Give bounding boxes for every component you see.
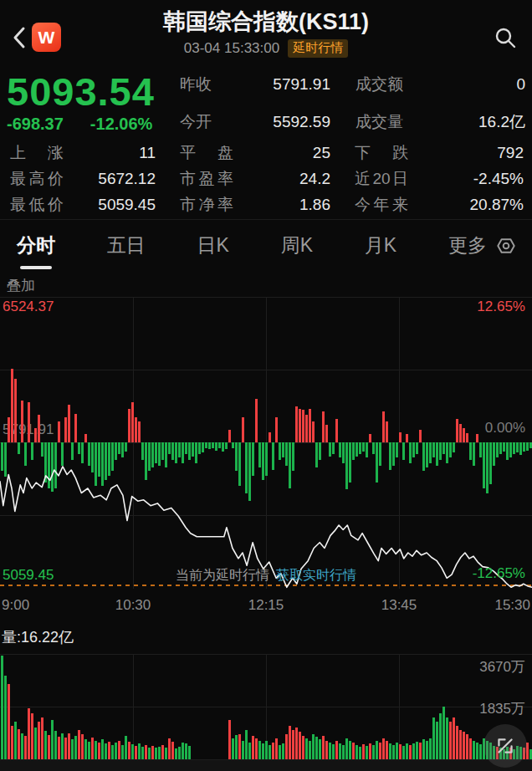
- quote-field-value: 0: [516, 74, 525, 95]
- stat-label: 最低价: [10, 194, 64, 216]
- search-button[interactable]: [490, 23, 520, 52]
- time-tick: 15:30: [494, 597, 530, 614]
- stat-label: 最高价: [10, 168, 64, 190]
- stats-row: 最低价5059.45市净率1.86今年来20.87%: [10, 194, 524, 216]
- page-title: 韩国综合指数(KS11): [0, 7, 532, 37]
- expand-chart-button[interactable]: [483, 724, 527, 768]
- stat-label: 市盈率: [180, 168, 233, 190]
- stat-cell: 上涨11: [10, 142, 156, 164]
- time-tick: 10:30: [115, 597, 151, 614]
- delayed-notice: 当前为延时行情 获取实时行情: [0, 567, 532, 585]
- stat-label: 近20日: [355, 168, 408, 190]
- tab-item[interactable]: 五日: [102, 227, 151, 263]
- stat-cell: 下跌792: [355, 142, 524, 164]
- tab-item[interactable]: 周K: [276, 227, 318, 263]
- price-change-row: -698.37 -12.06%: [7, 115, 152, 134]
- hexagon-gear-icon: [494, 234, 518, 258]
- quote-grid: 昨收5791.91成交额0今开5592.59成交量16.2亿: [180, 74, 525, 133]
- stats-row: 上涨11平盘25下跌792: [10, 142, 524, 164]
- tab-item[interactable]: 更多: [443, 227, 492, 263]
- stat-value: 25: [313, 142, 330, 164]
- realtime-quote-link[interactable]: 获取实时行情: [276, 567, 356, 585]
- stat-label: 市净率: [180, 194, 233, 216]
- stat-cell: 平盘25: [180, 142, 330, 164]
- stat-cell: 市净率1.86: [180, 194, 330, 216]
- stat-value: 5672.12: [98, 168, 156, 190]
- stat-cell: 最低价5059.45: [10, 194, 156, 216]
- stat-value: 5059.45: [98, 194, 156, 216]
- stat-value: 11: [139, 142, 156, 164]
- tab-bar: 分时五日日K周K月K更多: [0, 219, 532, 271]
- chart-settings-button[interactable]: [492, 232, 520, 260]
- stat-label: 平盘: [180, 142, 233, 164]
- delayed-quote-badge: 延时行情: [288, 39, 348, 58]
- intraday-chart[interactable]: [0, 297, 532, 589]
- volume-axis-top-label: 3670万: [479, 657, 525, 677]
- quote-field: 昨收5791.91: [180, 74, 330, 95]
- quote-field-label: 成交量: [356, 111, 403, 133]
- tab-item[interactable]: 分时: [12, 227, 60, 263]
- overlay-toggle[interactable]: 叠加: [7, 276, 35, 295]
- expand-icon: [491, 732, 519, 760]
- stat-cell: 近20日-2.45%: [355, 168, 524, 190]
- quote-field: 成交量16.2亿: [356, 111, 525, 133]
- stats-table: 上涨11平盘25下跌792最高价5672.12市盈率24.2近20日-2.45%…: [10, 142, 524, 216]
- delayed-notice-text: 当前为延时行情: [176, 567, 269, 585]
- stat-value: 1.86: [299, 194, 330, 216]
- stat-value: -2.45%: [473, 168, 524, 190]
- stat-label: 下跌: [355, 142, 408, 164]
- volume-chart[interactable]: [0, 654, 532, 759]
- volume-axis-mid-label: 1835万: [479, 699, 525, 718]
- stat-value: 20.87%: [470, 194, 524, 216]
- quote-datetime: 03-04 15:33:00: [184, 40, 279, 57]
- stats-row: 最高价5672.12市盈率24.2近20日-2.45%: [10, 168, 524, 190]
- price-change-percent: -12.06%: [90, 115, 153, 134]
- time-tick: 9:00: [2, 597, 29, 614]
- time-tick: 13:45: [381, 597, 417, 614]
- app-root: W 韩国综合指数(KS11) 03-04 15:33:00 延时行情 5093.…: [0, 0, 532, 771]
- quote-field-label: 成交额: [356, 74, 403, 95]
- volume-title: 量:16.22亿: [2, 627, 74, 647]
- stat-value: 24.2: [299, 168, 330, 190]
- time-tick: 12:15: [248, 597, 284, 614]
- last-price: 5093.54: [7, 69, 155, 115]
- stat-label: 上涨: [10, 142, 64, 164]
- quote-field: 今开5592.59: [180, 111, 330, 133]
- stat-label: 今年来: [355, 194, 408, 216]
- stat-value: 792: [497, 142, 524, 164]
- quote-field-value: 5592.59: [273, 111, 330, 133]
- time-axis: 9:0010:3012:1513:4515:30: [0, 597, 532, 619]
- bottom-strip: [0, 759, 532, 771]
- quote-meta-row: 03-04 15:33:00 延时行情: [0, 39, 532, 58]
- quote-field-label: 昨收: [180, 74, 212, 95]
- search-icon: [494, 26, 517, 49]
- quote-field-value: 16.2亿: [478, 111, 525, 133]
- tab-item[interactable]: 月K: [360, 227, 402, 263]
- stat-cell: 最高价5672.12: [10, 168, 156, 190]
- price-change: -698.37: [7, 115, 64, 134]
- stat-cell: 今年来20.87%: [355, 194, 524, 216]
- stat-cell: 市盈率24.2: [180, 168, 330, 190]
- tab-item[interactable]: 日K: [192, 227, 234, 263]
- quote-field-label: 今开: [180, 111, 212, 133]
- quote-field: 成交额0: [356, 74, 525, 95]
- quote-field-value: 5791.91: [273, 74, 330, 95]
- tab-list: 分时五日日K周K月K更多: [12, 227, 492, 263]
